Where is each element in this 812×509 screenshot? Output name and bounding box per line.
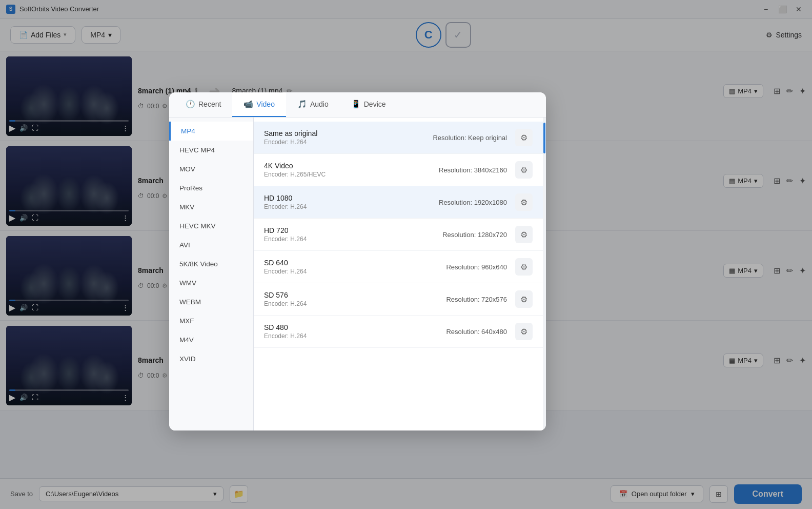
preset-settings-button[interactable]: ⚙: [515, 161, 533, 179]
tab-video-label: Video: [256, 100, 275, 108]
preset-encoder: Encoder: H.264: [264, 268, 446, 275]
format-list: MP4 HEVC MP4 MOV ProRes MKV HEVC MKV AVI…: [169, 118, 254, 430]
preset-item-hd1080[interactable]: HD 1080 Encoder: H.264 Resolution: 1920x…: [254, 186, 543, 219]
preset-resolution: Resolution: Keep original: [433, 134, 507, 142]
format-item-hevc-mp4[interactable]: HEVC MP4: [169, 141, 253, 160]
preset-encoder: Encoder: H.264: [264, 236, 442, 243]
tab-device-label: Device: [364, 100, 386, 108]
preset-settings-button[interactable]: ⚙: [515, 129, 533, 146]
preset-item-same-as-original[interactable]: Same as original Encoder: H.264 Resoluti…: [254, 122, 543, 154]
preset-name: HD 720: [264, 226, 442, 234]
preset-item-sd480[interactable]: SD 480 Encoder: H.264 Resolution: 640x48…: [254, 316, 543, 348]
preset-item-sd576[interactable]: SD 576 Encoder: H.264 Resolution: 720x57…: [254, 283, 543, 316]
preset-encoder: Encoder: H.264: [264, 203, 439, 210]
format-item-prores[interactable]: ProRes: [169, 179, 253, 198]
recent-icon: 🕐: [186, 100, 195, 109]
preset-name: SD 480: [264, 323, 446, 331]
preset-resolution: Resolution: 3840x2160: [439, 166, 507, 174]
preset-item-sd640[interactable]: SD 640 Encoder: H.264 Resolution: 960x64…: [254, 251, 543, 283]
format-item-hevc-mkv[interactable]: HEVC MKV: [169, 217, 253, 236]
format-item-label: HEVC MP4: [179, 146, 215, 154]
format-item-label: ProRes: [179, 184, 202, 192]
format-item-5k8k[interactable]: 5K/8K Video: [169, 254, 253, 273]
preset-resolution: Resolution: 640x480: [446, 328, 507, 336]
format-item-label: WMV: [179, 279, 196, 287]
preset-resolution: Resolution: 1280x720: [442, 231, 507, 239]
tab-recent-label: Recent: [198, 100, 221, 108]
format-item-label: XVID: [179, 355, 196, 363]
preset-settings-button[interactable]: ⚙: [515, 290, 533, 308]
tab-recent[interactable]: 🕐 Recent: [174, 92, 232, 117]
preset-encoder: Encoder: H.264: [264, 300, 446, 307]
format-item-avi[interactable]: AVI: [169, 236, 253, 254]
preset-item-hd720[interactable]: HD 720 Encoder: H.264 Resolution: 1280x7…: [254, 219, 543, 251]
format-item-mov[interactable]: MOV: [169, 160, 253, 179]
preset-resolution: Resolution: 1920x1080: [439, 199, 507, 206]
preset-info: SD 640 Encoder: H.264: [264, 259, 446, 275]
preset-settings-button[interactable]: ⚙: [515, 323, 533, 340]
preset-name: SD 576: [264, 291, 446, 299]
format-item-webm[interactable]: WEBM: [169, 292, 253, 311]
tab-device[interactable]: 📱 Device: [340, 92, 397, 117]
preset-name: Same as original: [264, 129, 433, 138]
audio-tab-icon: 🎵: [297, 100, 307, 109]
preset-name: SD 640: [264, 259, 446, 267]
preset-settings-button[interactable]: ⚙: [515, 258, 533, 276]
modal-scrollbar-thumb: [543, 123, 545, 153]
device-tab-icon: 📱: [351, 100, 361, 109]
preset-item-4k[interactable]: 4K Video Encoder: H.265/HEVC Resolution:…: [254, 154, 543, 186]
tab-audio-label: Audio: [310, 100, 329, 108]
preset-info: 4K Video Encoder: H.265/HEVC: [264, 162, 439, 178]
modal-scrollbar[interactable]: [543, 118, 546, 430]
tab-audio[interactable]: 🎵 Audio: [286, 92, 340, 117]
preset-info: HD 720 Encoder: H.264: [264, 226, 442, 243]
preset-resolution: Resolution: 720x576: [446, 296, 507, 303]
modal-body: MP4 HEVC MP4 MOV ProRes MKV HEVC MKV AVI…: [169, 118, 546, 430]
format-item-label: HEVC MKV: [179, 222, 216, 230]
format-item-label: AVI: [179, 241, 190, 249]
preset-name: HD 1080: [264, 194, 439, 202]
format-item-mp4[interactable]: MP4: [169, 122, 253, 141]
format-item-label: MKV: [179, 203, 194, 211]
format-item-mkv[interactable]: MKV: [169, 198, 253, 217]
preset-encoder: Encoder: H.264: [264, 139, 433, 146]
preset-name: 4K Video: [264, 162, 439, 170]
format-modal: 🕐 Recent 📹 Video 🎵 Audio 📱 Device MP4 HE…: [169, 92, 546, 430]
preset-info: Same as original Encoder: H.264: [264, 129, 433, 146]
preset-info: HD 1080 Encoder: H.264: [264, 194, 439, 210]
format-item-m4v[interactable]: M4V: [169, 330, 253, 349]
video-tab-icon: 📹: [243, 100, 253, 109]
format-item-label: M4V: [179, 336, 194, 344]
format-item-mxf[interactable]: MXF: [169, 311, 253, 330]
preset-info: SD 576 Encoder: H.264: [264, 291, 446, 307]
format-item-xvid[interactable]: XVID: [169, 349, 253, 368]
modal-tabs: 🕐 Recent 📹 Video 🎵 Audio 📱 Device: [169, 92, 546, 118]
preset-settings-button[interactable]: ⚙: [515, 226, 533, 243]
preset-settings-button[interactable]: ⚙: [515, 193, 533, 211]
format-item-wmv[interactable]: WMV: [169, 273, 253, 292]
preset-resolution: Resolution: 960x640: [446, 263, 507, 271]
tab-video[interactable]: 📹 Video: [232, 92, 286, 117]
format-item-label: MP4: [181, 127, 195, 135]
format-item-label: MXF: [179, 317, 194, 325]
preset-encoder: Encoder: H.264: [264, 332, 446, 340]
format-item-label: 5K/8K Video: [179, 260, 218, 268]
preset-info: SD 480 Encoder: H.264: [264, 323, 446, 340]
format-item-label: MOV: [179, 165, 195, 173]
format-item-label: WEBM: [179, 298, 201, 306]
preset-encoder: Encoder: H.265/HEVC: [264, 171, 439, 178]
preset-list: Same as original Encoder: H.264 Resoluti…: [254, 118, 543, 430]
